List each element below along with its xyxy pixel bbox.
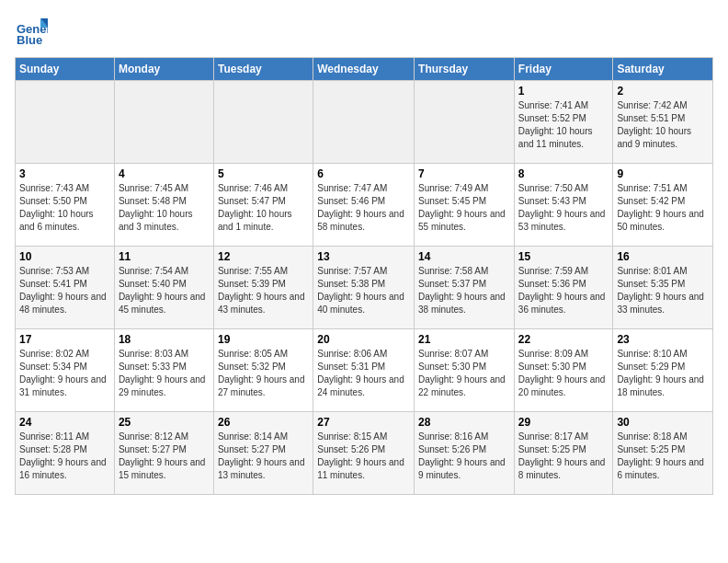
day-info: Sunrise: 8:06 AM Sunset: 5:31 PM Dayligh…	[317, 348, 410, 399]
svg-text:Blue: Blue	[17, 33, 42, 47]
day-info: Sunrise: 7:45 AM Sunset: 5:48 PM Dayligh…	[119, 182, 210, 234]
calendar-row: 10Sunrise: 7:53 AM Sunset: 5:41 PM Dayli…	[16, 247, 713, 329]
day-info: Sunrise: 7:59 AM Sunset: 5:36 PM Dayligh…	[518, 265, 609, 316]
calendar-cell: 20Sunrise: 8:06 AM Sunset: 5:31 PM Dayli…	[313, 329, 415, 412]
day-info: Sunrise: 7:47 AM Sunset: 5:46 PM Dayligh…	[317, 182, 410, 234]
calendar-cell: 6Sunrise: 7:47 AM Sunset: 5:46 PM Daylig…	[313, 164, 415, 247]
day-info: Sunrise: 8:17 AM Sunset: 5:25 PM Dayligh…	[518, 431, 609, 482]
day-info: Sunrise: 7:57 AM Sunset: 5:38 PM Dayligh…	[317, 265, 410, 316]
day-info: Sunrise: 8:16 AM Sunset: 5:26 PM Dayligh…	[418, 431, 510, 482]
day-info: Sunrise: 8:12 AM Sunset: 5:27 PM Dayligh…	[119, 431, 210, 482]
calendar-cell: 5Sunrise: 7:46 AM Sunset: 5:47 PM Daylig…	[213, 164, 313, 247]
day-number: 4	[119, 167, 210, 180]
weekday-header-row: SundayMondayTuesdayWednesdayThursdayFrid…	[16, 58, 713, 81]
calendar-cell	[114, 81, 213, 164]
weekday-header: Friday	[514, 58, 613, 81]
calendar-cell: 8Sunrise: 7:50 AM Sunset: 5:43 PM Daylig…	[514, 164, 613, 247]
calendar-row: 17Sunrise: 8:02 AM Sunset: 5:34 PM Dayli…	[16, 329, 713, 412]
day-info: Sunrise: 7:50 AM Sunset: 5:43 PM Dayligh…	[518, 182, 609, 234]
calendar-cell: 15Sunrise: 7:59 AM Sunset: 5:36 PM Dayli…	[514, 247, 613, 329]
day-info: Sunrise: 8:15 AM Sunset: 5:26 PM Dayligh…	[317, 431, 410, 482]
calendar-cell: 11Sunrise: 7:54 AM Sunset: 5:40 PM Dayli…	[114, 247, 213, 329]
page-header: General Blue	[15, 15, 713, 48]
calendar-cell: 25Sunrise: 8:12 AM Sunset: 5:27 PM Dayli…	[114, 412, 213, 495]
day-info: Sunrise: 7:41 AM Sunset: 5:52 PM Dayligh…	[518, 99, 609, 151]
calendar-cell	[415, 81, 515, 164]
day-info: Sunrise: 8:05 AM Sunset: 5:32 PM Dayligh…	[218, 348, 309, 399]
day-number: 28	[418, 416, 510, 429]
calendar-cell	[313, 81, 415, 164]
day-number: 13	[317, 250, 410, 263]
day-info: Sunrise: 8:03 AM Sunset: 5:33 PM Dayligh…	[119, 348, 210, 399]
day-number: 18	[119, 333, 210, 346]
calendar-cell	[213, 81, 313, 164]
calendar-cell: 1Sunrise: 7:41 AM Sunset: 5:52 PM Daylig…	[514, 81, 613, 164]
day-number: 17	[19, 333, 110, 346]
day-number: 16	[617, 250, 709, 263]
day-number: 26	[218, 416, 309, 429]
calendar-cell: 18Sunrise: 8:03 AM Sunset: 5:33 PM Dayli…	[114, 329, 213, 412]
day-info: Sunrise: 8:01 AM Sunset: 5:35 PM Dayligh…	[617, 265, 709, 316]
day-number: 24	[19, 416, 110, 429]
logo-icon: General Blue	[15, 15, 48, 48]
day-info: Sunrise: 8:07 AM Sunset: 5:30 PM Dayligh…	[418, 348, 510, 399]
day-info: Sunrise: 7:42 AM Sunset: 5:51 PM Dayligh…	[617, 99, 709, 151]
day-number: 29	[518, 416, 609, 429]
day-info: Sunrise: 7:49 AM Sunset: 5:45 PM Dayligh…	[418, 182, 510, 234]
calendar-cell: 12Sunrise: 7:55 AM Sunset: 5:39 PM Dayli…	[213, 247, 313, 329]
day-info: Sunrise: 8:18 AM Sunset: 5:25 PM Dayligh…	[617, 431, 709, 482]
day-info: Sunrise: 8:14 AM Sunset: 5:27 PM Dayligh…	[218, 431, 309, 482]
calendar-cell: 28Sunrise: 8:16 AM Sunset: 5:26 PM Dayli…	[415, 412, 515, 495]
calendar-cell: 19Sunrise: 8:05 AM Sunset: 5:32 PM Dayli…	[213, 329, 313, 412]
calendar-cell: 30Sunrise: 8:18 AM Sunset: 5:25 PM Dayli…	[613, 412, 713, 495]
calendar-cell: 2Sunrise: 7:42 AM Sunset: 5:51 PM Daylig…	[613, 81, 713, 164]
logo: General Blue	[15, 15, 51, 48]
day-number: 15	[518, 250, 609, 263]
calendar-cell: 27Sunrise: 8:15 AM Sunset: 5:26 PM Dayli…	[313, 412, 415, 495]
calendar-cell: 4Sunrise: 7:45 AM Sunset: 5:48 PM Daylig…	[114, 164, 213, 247]
calendar-row: 3Sunrise: 7:43 AM Sunset: 5:50 PM Daylig…	[16, 164, 713, 247]
weekday-header: Monday	[114, 58, 213, 81]
day-number: 7	[418, 167, 510, 180]
weekday-header: Sunday	[16, 58, 115, 81]
calendar-table: SundayMondayTuesdayWednesdayThursdayFrid…	[15, 57, 713, 495]
day-number: 10	[19, 250, 110, 263]
calendar-cell: 10Sunrise: 7:53 AM Sunset: 5:41 PM Dayli…	[16, 247, 115, 329]
day-info: Sunrise: 7:54 AM Sunset: 5:40 PM Dayligh…	[119, 265, 210, 316]
day-number: 25	[119, 416, 210, 429]
day-number: 5	[218, 167, 309, 180]
calendar-cell	[16, 81, 115, 164]
weekday-header: Thursday	[415, 58, 515, 81]
calendar-cell: 21Sunrise: 8:07 AM Sunset: 5:30 PM Dayli…	[415, 329, 515, 412]
day-number: 19	[218, 333, 309, 346]
day-number: 1	[518, 85, 609, 98]
weekday-header: Tuesday	[213, 58, 313, 81]
day-info: Sunrise: 8:10 AM Sunset: 5:29 PM Dayligh…	[617, 348, 709, 399]
day-info: Sunrise: 7:43 AM Sunset: 5:50 PM Dayligh…	[19, 182, 110, 234]
calendar-row: 24Sunrise: 8:11 AM Sunset: 5:28 PM Dayli…	[16, 412, 713, 495]
day-number: 6	[317, 167, 410, 180]
day-info: Sunrise: 7:51 AM Sunset: 5:42 PM Dayligh…	[617, 182, 709, 234]
calendar-cell: 3Sunrise: 7:43 AM Sunset: 5:50 PM Daylig…	[16, 164, 115, 247]
weekday-header: Wednesday	[313, 58, 415, 81]
calendar-cell: 14Sunrise: 7:58 AM Sunset: 5:37 PM Dayli…	[415, 247, 515, 329]
calendar-cell: 24Sunrise: 8:11 AM Sunset: 5:28 PM Dayli…	[16, 412, 115, 495]
day-number: 11	[119, 250, 210, 263]
day-number: 27	[317, 416, 410, 429]
day-number: 23	[617, 333, 709, 346]
day-info: Sunrise: 7:53 AM Sunset: 5:41 PM Dayligh…	[19, 265, 110, 316]
day-info: Sunrise: 8:09 AM Sunset: 5:30 PM Dayligh…	[518, 348, 609, 399]
calendar-cell: 26Sunrise: 8:14 AM Sunset: 5:27 PM Dayli…	[213, 412, 313, 495]
day-number: 9	[617, 167, 709, 180]
day-number: 8	[518, 167, 609, 180]
calendar-cell: 17Sunrise: 8:02 AM Sunset: 5:34 PM Dayli…	[16, 329, 115, 412]
calendar-cell: 7Sunrise: 7:49 AM Sunset: 5:45 PM Daylig…	[415, 164, 515, 247]
day-info: Sunrise: 7:58 AM Sunset: 5:37 PM Dayligh…	[418, 265, 510, 316]
calendar-cell: 9Sunrise: 7:51 AM Sunset: 5:42 PM Daylig…	[613, 164, 713, 247]
day-info: Sunrise: 8:02 AM Sunset: 5:34 PM Dayligh…	[19, 348, 110, 399]
day-number: 21	[418, 333, 510, 346]
day-info: Sunrise: 7:46 AM Sunset: 5:47 PM Dayligh…	[218, 182, 309, 234]
calendar-cell: 22Sunrise: 8:09 AM Sunset: 5:30 PM Dayli…	[514, 329, 613, 412]
day-number: 14	[418, 250, 510, 263]
calendar-cell: 23Sunrise: 8:10 AM Sunset: 5:29 PM Dayli…	[613, 329, 713, 412]
